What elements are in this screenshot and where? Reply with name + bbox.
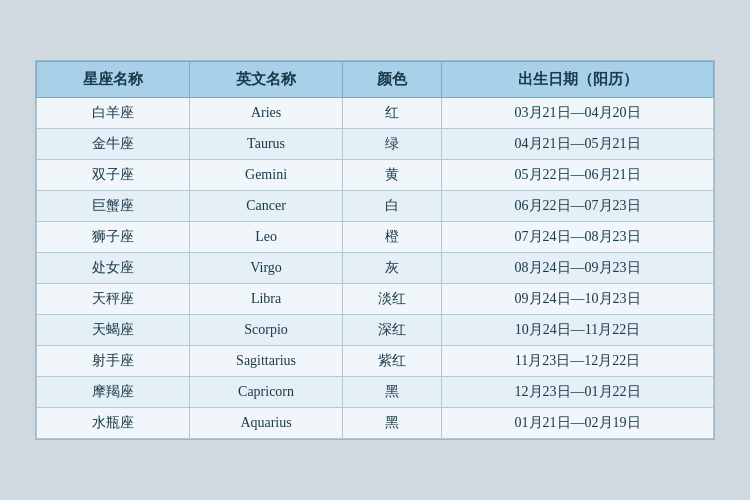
cell-chinese-name: 处女座 [37,253,190,284]
table-row: 天秤座Libra淡红09月24日—10月23日 [37,284,714,315]
cell-dates: 06月22日—07月23日 [442,191,714,222]
cell-english-name: Leo [190,222,343,253]
zodiac-table-container: 星座名称 英文名称 颜色 出生日期（阳历） 白羊座Aries红03月21日—04… [35,60,715,440]
cell-dates: 05月22日—06月21日 [442,160,714,191]
table-header-row: 星座名称 英文名称 颜色 出生日期（阳历） [37,62,714,98]
cell-chinese-name: 狮子座 [37,222,190,253]
header-dates: 出生日期（阳历） [442,62,714,98]
cell-english-name: Aquarius [190,408,343,439]
cell-english-name: Capricorn [190,377,343,408]
cell-chinese-name: 水瓶座 [37,408,190,439]
cell-dates: 01月21日—02月19日 [442,408,714,439]
cell-color: 深红 [343,315,442,346]
cell-chinese-name: 天蝎座 [37,315,190,346]
cell-dates: 11月23日—12月22日 [442,346,714,377]
cell-color: 绿 [343,129,442,160]
cell-color: 橙 [343,222,442,253]
cell-color: 白 [343,191,442,222]
table-row: 天蝎座Scorpio深红10月24日—11月22日 [37,315,714,346]
table-row: 金牛座Taurus绿04月21日—05月21日 [37,129,714,160]
cell-chinese-name: 金牛座 [37,129,190,160]
cell-chinese-name: 双子座 [37,160,190,191]
cell-dates: 07月24日—08月23日 [442,222,714,253]
cell-chinese-name: 射手座 [37,346,190,377]
cell-chinese-name: 摩羯座 [37,377,190,408]
cell-chinese-name: 巨蟹座 [37,191,190,222]
cell-english-name: Scorpio [190,315,343,346]
table-row: 水瓶座Aquarius黑01月21日—02月19日 [37,408,714,439]
cell-english-name: Cancer [190,191,343,222]
cell-english-name: Aries [190,98,343,129]
header-chinese-name: 星座名称 [37,62,190,98]
cell-dates: 10月24日—11月22日 [442,315,714,346]
cell-color: 淡红 [343,284,442,315]
cell-dates: 03月21日—04月20日 [442,98,714,129]
table-row: 白羊座Aries红03月21日—04月20日 [37,98,714,129]
cell-dates: 12月23日—01月22日 [442,377,714,408]
cell-dates: 09月24日—10月23日 [442,284,714,315]
cell-chinese-name: 天秤座 [37,284,190,315]
table-row: 巨蟹座Cancer白06月22日—07月23日 [37,191,714,222]
header-color: 颜色 [343,62,442,98]
cell-color: 灰 [343,253,442,284]
cell-color: 黑 [343,377,442,408]
cell-color: 黄 [343,160,442,191]
cell-dates: 08月24日—09月23日 [442,253,714,284]
table-row: 摩羯座Capricorn黑12月23日—01月22日 [37,377,714,408]
cell-dates: 04月21日—05月21日 [442,129,714,160]
header-english-name: 英文名称 [190,62,343,98]
table-row: 处女座Virgo灰08月24日—09月23日 [37,253,714,284]
cell-english-name: Virgo [190,253,343,284]
table-row: 双子座Gemini黄05月22日—06月21日 [37,160,714,191]
table-row: 狮子座Leo橙07月24日—08月23日 [37,222,714,253]
cell-english-name: Sagittarius [190,346,343,377]
cell-english-name: Taurus [190,129,343,160]
cell-color: 紫红 [343,346,442,377]
table-body: 白羊座Aries红03月21日—04月20日金牛座Taurus绿04月21日—0… [37,98,714,439]
table-row: 射手座Sagittarius紫红11月23日—12月22日 [37,346,714,377]
cell-english-name: Gemini [190,160,343,191]
cell-chinese-name: 白羊座 [37,98,190,129]
zodiac-table: 星座名称 英文名称 颜色 出生日期（阳历） 白羊座Aries红03月21日—04… [36,61,714,439]
cell-english-name: Libra [190,284,343,315]
cell-color: 黑 [343,408,442,439]
cell-color: 红 [343,98,442,129]
